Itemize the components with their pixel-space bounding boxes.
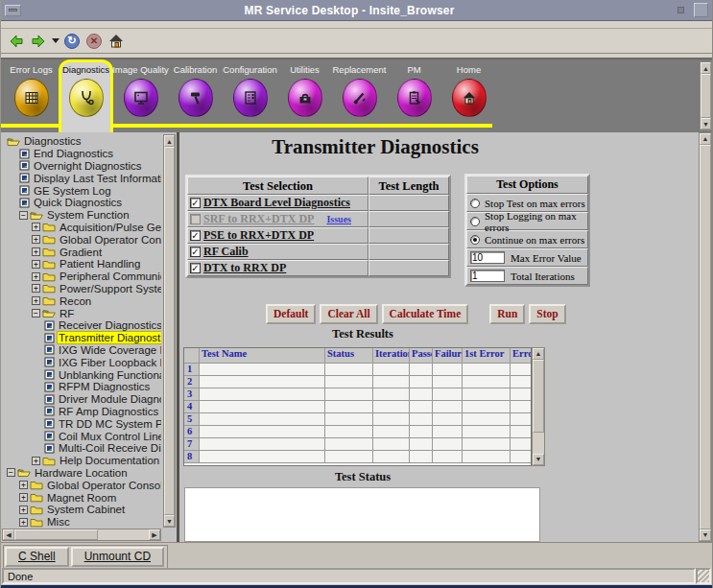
tree-item-power-support-systems[interactable]: +Power/Support Systems: [3, 283, 161, 295]
tree-item-quick-diagnostics[interactable]: Quick Diagnostics: [3, 197, 161, 209]
tree-item-help-documentation[interactable]: +Help Documentation: [3, 455, 161, 467]
plus-box-icon[interactable]: +: [32, 284, 40, 293]
plus-box-icon[interactable]: +: [19, 506, 28, 514]
tree-item-system-cabinet[interactable]: +System Cabinet: [3, 504, 161, 516]
resize-grip-icon[interactable]: [696, 568, 711, 584]
tab-image-quality[interactable]: Image Quality: [113, 59, 168, 132]
tree-item-end-diagnostics[interactable]: End Diagnostics: [3, 148, 161, 160]
tree-item-driver-module-diagnost[interactable]: Driver Module Diagnost: [3, 393, 161, 406]
tree-item-global-operator-console[interactable]: +Global Operator Console: [3, 479, 161, 491]
test-link-srf-to-rrx-dtx-dp[interactable]: SRF to RRX+DTX DP: [203, 212, 314, 226]
tree-item-diagnostics[interactable]: Diagnostics: [3, 135, 161, 148]
tree-item-system-function[interactable]: −System Function: [3, 209, 161, 222]
minus-box-icon[interactable]: −: [7, 468, 15, 477]
plus-box-icon[interactable]: +: [32, 247, 40, 256]
tree-item-coil-mux-control-lines-f[interactable]: Coil Mux Control Lines F: [3, 430, 161, 442]
stop-icon[interactable]: ✕: [85, 33, 103, 50]
tab-error-logs[interactable]: Error Logs: [4, 59, 59, 132]
test-link-pse-to-rrx-dtx-dp[interactable]: PSE to RRX+DTX DP: [203, 228, 314, 243]
plus-box-icon[interactable]: +: [32, 223, 40, 231]
tree-item-acquisition-pulse-generat[interactable]: +Acquisition/Pulse Generat: [3, 222, 161, 234]
input-total-iterations[interactable]: [470, 270, 505, 282]
content-scrollbar[interactable]: ▲ ▼: [699, 132, 712, 542]
radio-stop-logging-on-max-errors[interactable]: [470, 217, 480, 226]
tree-item-patient-handling[interactable]: +Patient Handling: [3, 258, 161, 270]
scroll-down-icon[interactable]: ▼: [701, 118, 711, 129]
scroll-up-icon[interactable]: ▲: [164, 135, 175, 147]
checkbox-dtx-to-rrx-dp[interactable]: ✓: [190, 263, 201, 273]
tree-vertical-scrollbar[interactable]: ▲ ▼: [163, 134, 176, 528]
window-menu-button[interactable]: [5, 5, 21, 16]
radio-continue-on-max-errors[interactable]: [470, 235, 480, 245]
scroll-up-icon[interactable]: ▲: [533, 348, 544, 360]
tree-item-magnet-room[interactable]: +Magnet Room: [3, 491, 161, 504]
dropdown-caret-icon[interactable]: [52, 38, 59, 43]
checkbox-srf-to-rrx-dtx-dp[interactable]: [190, 214, 201, 224]
tree-item-global-operator-console[interactable]: +Global Operator Console: [3, 233, 161, 246]
plus-box-icon[interactable]: +: [19, 518, 28, 527]
test-link-dtx-to-rrx-dp[interactable]: DTX to RRX DP: [203, 261, 286, 275]
radio-stop-test-on-max-errors[interactable]: [470, 199, 480, 208]
iconframe-scrollbar[interactable]: ▲ ▼: [700, 61, 712, 130]
unmount-cd-button[interactable]: Unmount CD: [71, 547, 164, 567]
tree-item-rf[interactable]: −RF: [3, 307, 161, 319]
tree-item-display-last-test-informatic[interactable]: Display Last Test Informatic: [3, 172, 161, 184]
tree-item-ixg-fiber-loopback-diag[interactable]: IXG Fiber Loopback Diag: [3, 356, 161, 368]
calculate-time-button[interactable]: Calculate Time: [382, 304, 469, 324]
scroll-down-icon[interactable]: ▼: [533, 454, 544, 465]
forward-icon[interactable]: [30, 33, 47, 50]
tree-item-rfpm-diagnostics[interactable]: RFPM Diagnostics: [3, 381, 161, 393]
tree-item-ixg-wide-coverage-diag[interactable]: IXG Wide Coverage Diag: [3, 344, 161, 357]
tree-item-peripheral-communication[interactable]: +Peripheral Communication: [3, 270, 161, 283]
option-continue-on-max-errors[interactable]: Continue on max errors: [466, 230, 588, 248]
stop-button[interactable]: Stop: [529, 304, 565, 324]
tree-item-hardware-location[interactable]: −Hardware Location: [3, 467, 161, 480]
scroll-right-icon[interactable]: ▶: [149, 529, 160, 540]
issues-link[interactable]: Issues: [326, 214, 351, 224]
tree-horizontal-scrollbar[interactable]: ◀ ▶: [2, 529, 161, 541]
plus-box-icon[interactable]: +: [19, 493, 28, 502]
tree-item-misc[interactable]: +Misc: [3, 516, 161, 529]
maximize-button[interactable]: [694, 3, 708, 17]
tree-item-rf-amp-diagnostics[interactable]: RF Amp Diagnostics: [3, 406, 161, 418]
scroll-left-icon[interactable]: ◀: [3, 529, 14, 540]
default-button[interactable]: Default: [266, 304, 316, 324]
plus-box-icon[interactable]: +: [32, 272, 40, 281]
tab-utilities[interactable]: Utilities: [277, 59, 332, 132]
minimize-button[interactable]: [677, 7, 684, 13]
plus-box-icon[interactable]: +: [32, 457, 40, 465]
scroll-down-icon[interactable]: ▼: [164, 515, 175, 527]
tree-item-recon[interactable]: +Recon: [3, 294, 161, 307]
run-button[interactable]: Run: [489, 304, 525, 324]
test-link-dtx-board-level-diagnostics[interactable]: DTX Board Level Diagnostics: [203, 196, 350, 210]
tree-item-multi-coil-receive-diag[interactable]: Multi-Coil Receive Diag: [3, 442, 161, 455]
checkbox-dtx-board-level-diagnostics[interactable]: ✓: [190, 198, 201, 208]
tab-configuration[interactable]: Configuration: [223, 59, 277, 132]
test-link-rf-calib[interactable]: RF Calib: [203, 245, 249, 259]
tab-home[interactable]: Home: [441, 59, 496, 132]
checkbox-rf-calib[interactable]: ✓: [190, 247, 201, 257]
plus-box-icon[interactable]: +: [32, 260, 40, 269]
home-icon[interactable]: [107, 33, 125, 50]
tab-pm[interactable]: PM: [387, 59, 441, 132]
tree-item-transmitter-diagnostics[interactable]: Transmitter Diagnostics: [3, 332, 161, 344]
minus-box-icon[interactable]: −: [32, 309, 40, 318]
scroll-up-icon[interactable]: ▲: [701, 62, 711, 74]
scroll-up-icon[interactable]: ▲: [700, 133, 711, 145]
tab-calibration[interactable]: Calibration: [168, 59, 223, 132]
clear-all-button[interactable]: Clear All: [320, 304, 377, 324]
tree-item-tr-dd-mc-system-path-i[interactable]: TR DD MC System Path I: [3, 417, 161, 430]
plus-box-icon[interactable]: +: [32, 235, 40, 244]
c-shell-button[interactable]: C Shell: [5, 547, 69, 567]
tree-item-receiver-diagnostics[interactable]: Receiver Diagnostics: [3, 319, 161, 332]
minus-box-icon[interactable]: −: [19, 211, 28, 220]
tree-item-unblanking-functional-d[interactable]: Unblanking Functional D: [3, 368, 161, 381]
tab-replacement[interactable]: Replacement: [332, 59, 387, 132]
tree-item-gradient[interactable]: +Gradient: [3, 246, 161, 258]
tab-diagnostics[interactable]: Diagnostics: [59, 59, 113, 132]
plus-box-icon[interactable]: +: [19, 481, 28, 489]
scroll-down-icon[interactable]: ▼: [700, 529, 711, 541]
checkbox-pse-to-rrx-dtx-dp[interactable]: ✓: [190, 230, 201, 241]
input-max-error-value[interactable]: [470, 251, 505, 264]
results-scrollbar[interactable]: ▲ ▼: [532, 347, 545, 466]
